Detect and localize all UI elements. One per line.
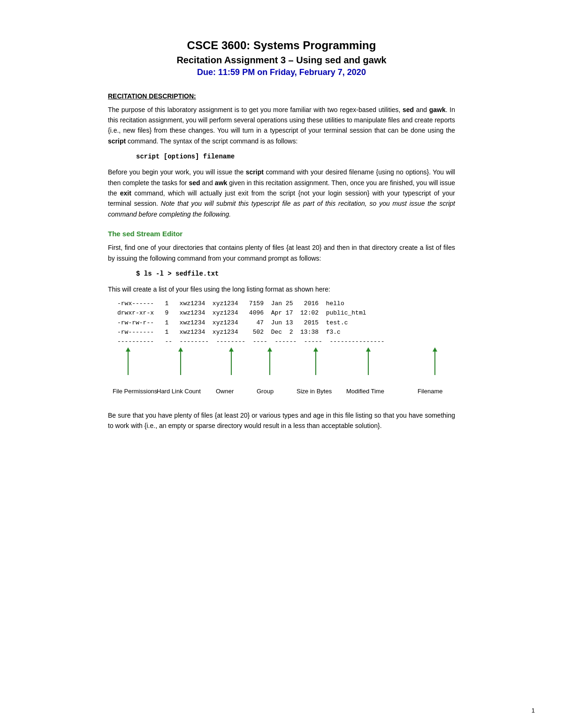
label-modified-time: Modified Time xyxy=(346,388,384,395)
ls-output-text: -rwx------ 1 xwz1234 xyz1234 7159 Jan 25… xyxy=(117,299,455,346)
label-hard-link: Hard Link Count xyxy=(157,388,201,395)
arrow-modified-time xyxy=(366,347,371,375)
page-header: CSCE 3600: Systems Programming Recitatio… xyxy=(108,38,455,77)
arrow-hard-link xyxy=(178,347,183,375)
arrow-file-permissions xyxy=(126,347,130,375)
sed-body2: This will create a list of your files us… xyxy=(108,284,455,294)
arrow-group xyxy=(267,347,272,375)
label-size: Size in Bytes xyxy=(297,388,332,395)
arrow-owner xyxy=(229,347,234,375)
page-container: CSCE 3600: Systems Programming Recitatio… xyxy=(80,0,483,473)
arrow-size xyxy=(313,347,318,375)
assignment-title: Recitation Assignment 3 – Using sed and … xyxy=(108,53,455,67)
sed-body1: First, find one of your directories that… xyxy=(108,242,455,263)
ls-command-code: $ ls -l > sedfile.txt xyxy=(136,270,455,278)
recitation-body1: The purpose of this laboratory assignmen… xyxy=(108,105,455,147)
label-file-permissions: File Permissions xyxy=(113,388,157,395)
recitation-body2: Before you begin your work, you will iss… xyxy=(108,167,455,219)
recitation-heading: RECITATION DESCRIPTION: xyxy=(108,92,455,100)
course-title: CSCE 3600: Systems Programming xyxy=(108,38,455,53)
due-date: Due: 11:59 PM on Friday, February 7, 202… xyxy=(108,68,455,77)
arrow-filename xyxy=(433,347,437,375)
arrows-container xyxy=(117,347,455,385)
label-group: Group xyxy=(257,388,274,395)
script-command-code: script [options] filename xyxy=(136,153,455,160)
label-owner: Owner xyxy=(216,388,234,395)
labels-container: File Permissions Hard Link Count Owner G… xyxy=(117,385,455,405)
page-number: 1 xyxy=(532,707,535,714)
sed-heading: The sed Stream Editor xyxy=(108,230,455,238)
final-body: Be sure that you have plenty of files {a… xyxy=(108,410,455,431)
label-filename: Filename xyxy=(418,388,442,395)
ls-diagram: -rwx------ 1 xwz1234 xyz1234 7159 Jan 25… xyxy=(117,299,455,405)
